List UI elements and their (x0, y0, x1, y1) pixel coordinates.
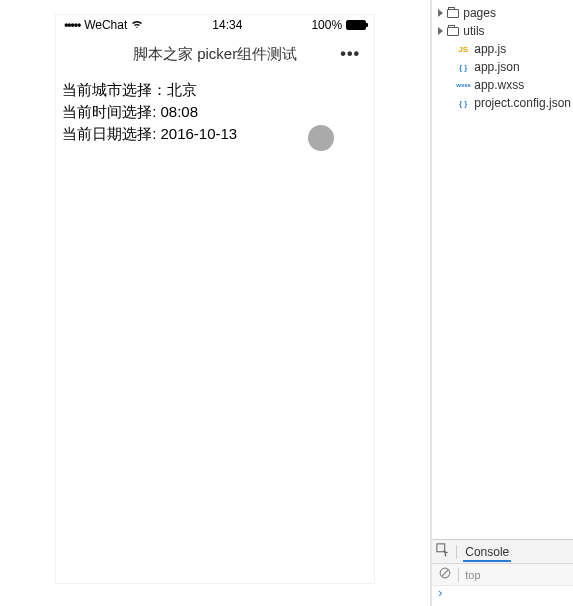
file-label: app.json (474, 60, 519, 74)
json-file-icon: { } (456, 63, 470, 72)
clear-console-icon[interactable] (438, 566, 452, 583)
console-tabs: Console (432, 540, 573, 564)
chevron-right-icon (438, 9, 443, 17)
wifi-icon (131, 19, 143, 31)
file-tree[interactable]: pages utils JS app.js { } app.json wxss … (432, 0, 573, 539)
tree-file[interactable]: { } project.config.json (434, 94, 571, 112)
folder-icon (447, 27, 459, 36)
status-bar: ••••• WeChat 14:34 100% (56, 15, 374, 35)
svg-line-2 (442, 570, 449, 577)
touch-indicator-icon (308, 125, 334, 151)
side-panel: pages utils JS app.js { } app.json wxss … (431, 0, 573, 606)
separator (458, 568, 459, 582)
inspect-icon[interactable] (436, 543, 450, 560)
json-file-icon: { } (456, 99, 470, 108)
date-value: 2016-10-13 (160, 125, 237, 142)
chevron-right-icon (438, 27, 443, 35)
time-label: 当前时间选择: (62, 103, 160, 120)
battery-percent: 100% (311, 18, 342, 32)
time-row[interactable]: 当前时间选择: 08:08 (62, 101, 368, 123)
city-row[interactable]: 当前城市选择：北京 (62, 79, 368, 101)
folder-label: pages (463, 6, 496, 20)
tree-file[interactable]: JS app.js (434, 40, 571, 58)
battery-icon (346, 20, 366, 30)
nav-bar: 脚本之家 picker组件测试 ••• (56, 35, 374, 73)
context-selector[interactable]: top (465, 569, 480, 581)
file-label: project.config.json (474, 96, 571, 110)
tree-file[interactable]: wxss app.wxss (434, 76, 571, 94)
console-panel: Console top › (432, 539, 573, 606)
time-value: 08:08 (160, 103, 198, 120)
tab-console[interactable]: Console (463, 542, 511, 562)
tree-folder-utils[interactable]: utils (434, 22, 571, 40)
prompt-icon: › (438, 586, 442, 600)
console-filter-bar: top (432, 564, 573, 586)
date-label: 当前日期选择: (62, 125, 160, 142)
signal-dots-icon: ••••• (64, 18, 80, 32)
status-right: 100% (311, 18, 366, 32)
city-label: 当前城市选择： (62, 81, 167, 98)
file-label: app.wxss (474, 78, 524, 92)
carrier-label: WeChat (84, 18, 127, 32)
clock-label: 14:34 (212, 18, 242, 32)
simulator-pane: ••••• WeChat 14:34 100% 脚本之家 picker组件测试 … (0, 0, 431, 606)
more-button[interactable]: ••• (340, 45, 360, 63)
tree-folder-pages[interactable]: pages (434, 4, 571, 22)
console-input[interactable]: › (432, 586, 573, 606)
folder-icon (447, 9, 459, 18)
page-title: 脚本之家 picker组件测试 (133, 45, 297, 64)
phone-frame: ••••• WeChat 14:34 100% 脚本之家 picker组件测试 … (55, 14, 375, 584)
separator (456, 545, 457, 559)
wxss-file-icon: wxss (456, 82, 470, 88)
folder-label: utils (463, 24, 484, 38)
status-left: ••••• WeChat (64, 18, 143, 32)
tree-file[interactable]: { } app.json (434, 58, 571, 76)
city-value: 北京 (167, 81, 197, 98)
file-label: app.js (474, 42, 506, 56)
js-file-icon: JS (456, 45, 470, 54)
